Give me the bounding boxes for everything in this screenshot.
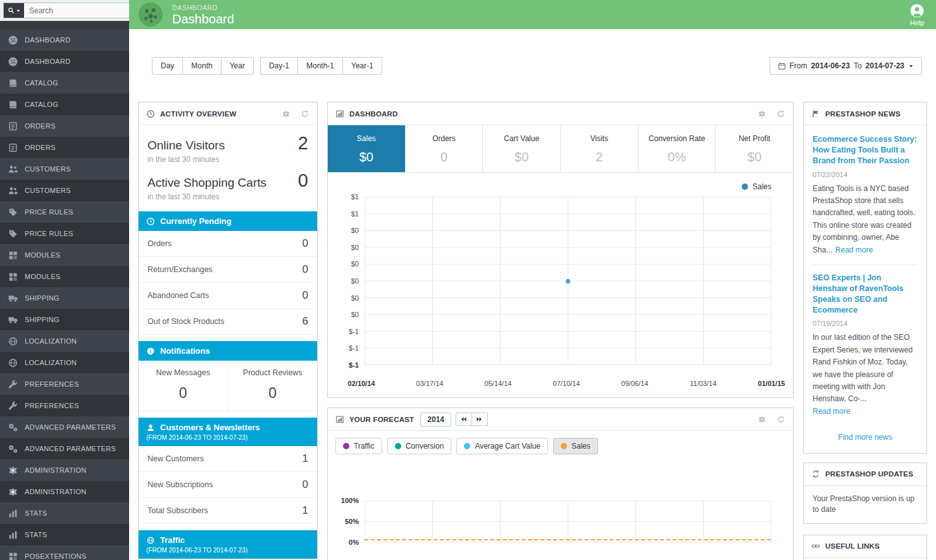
kpi-tab-sales[interactable]: Sales $0 xyxy=(328,125,406,172)
customers-row-value: 0 xyxy=(303,478,308,491)
pending-row[interactable]: Abandoned Carts 0 xyxy=(139,283,317,309)
sidebar-item-advanced-parameters[interactable]: ADVANCED PARAMETERS xyxy=(0,416,129,438)
pending-row-value: 0 xyxy=(303,263,308,276)
pending-row[interactable]: Out of Stock Products 6 xyxy=(139,309,317,335)
sidebar-item-posextentions[interactable]: POSEXTENTIONS xyxy=(0,545,129,560)
sidebar-item-preferences[interactable]: PREFERENCES xyxy=(0,395,129,416)
sidebar-item-advanced-parameters[interactable]: ADVANCED PARAMETERS xyxy=(0,438,129,459)
help-button[interactable]: Help xyxy=(909,3,925,27)
globe-icon xyxy=(146,536,155,545)
sidebar-item-label: MODULES xyxy=(25,273,61,280)
sidebar-item-orders[interactable]: ORDERS xyxy=(0,137,129,158)
forecast-year-button[interactable]: 2014 xyxy=(420,413,451,426)
localization-icon xyxy=(8,358,18,368)
sidebar-item-customers[interactable]: CUSTOMERS xyxy=(0,158,129,180)
sidebar-item-label: ORDERS xyxy=(25,144,56,151)
sidebar-menu: DASHBOARD DASHBOARD CATALOG CATALOG ORDE… xyxy=(0,21,129,560)
sidebar-item-localization[interactable]: LOCALIZATION xyxy=(0,352,129,373)
refresh-icon[interactable] xyxy=(777,109,785,118)
kpi-tab-conversion-rate[interactable]: Conversion Rate 0% xyxy=(639,125,716,172)
new-messages-cell[interactable]: New Messages 0 xyxy=(139,361,228,411)
breadcrumb: DASHBOARD xyxy=(172,4,234,11)
kpi-tab-orders[interactable]: Orders 0 xyxy=(406,125,484,172)
sidebar-item-stats[interactable]: STATS xyxy=(0,502,129,524)
sidebar-item-stats[interactable]: STATS xyxy=(0,524,129,545)
sidebar-item-label: CUSTOMERS xyxy=(25,165,71,173)
period-month-button[interactable]: Month xyxy=(182,57,221,75)
legend-pill-sales[interactable]: Sales xyxy=(553,438,598,454)
sidebar-item-catalog[interactable]: CATALOG xyxy=(0,72,129,94)
new-messages-value: 0 xyxy=(141,385,225,402)
gear-icon[interactable] xyxy=(758,109,766,118)
main-area: DASHBOARD Dashboard Help Day Month Year xyxy=(129,0,936,560)
pending-row[interactable]: Orders 0 xyxy=(139,231,317,257)
sidebar-item-customers[interactable]: CUSTOMERS xyxy=(0,180,129,201)
refresh-icon[interactable] xyxy=(301,109,309,118)
find-more-news-link[interactable]: Find more news xyxy=(813,425,918,449)
gear-icon[interactable] xyxy=(282,109,290,118)
period-year-1-button[interactable]: Year-1 xyxy=(342,57,382,75)
article-title-link[interactable]: SEO Experts | Jon Henshaw of RavenTools … xyxy=(813,273,918,316)
read-more-link[interactable]: Read more xyxy=(835,246,873,254)
search-box xyxy=(3,3,133,18)
refresh-icon[interactable] xyxy=(777,415,785,424)
forecast-sales-line xyxy=(365,539,771,540)
period-year-button[interactable]: Year xyxy=(221,57,254,75)
period-day-1-button[interactable]: Day-1 xyxy=(260,57,298,75)
pending-row[interactable]: Return/Exchanges 0 xyxy=(139,257,317,283)
search-input[interactable] xyxy=(24,3,132,18)
article-title-link[interactable]: Ecommerce Success Story: How Eating Tool… xyxy=(813,134,918,166)
legend-pill-average-cart-value[interactable]: Average Cart Value xyxy=(456,438,548,454)
forecast-next-button[interactable] xyxy=(471,413,488,426)
sidebar-item-modules[interactable]: MODULES xyxy=(0,244,129,266)
date-from-value: 2014-06-23 xyxy=(811,61,850,70)
sidebar-item-catalog[interactable]: CATALOG xyxy=(0,94,129,115)
sales-chart-legend: Sales xyxy=(337,177,771,197)
sidebar-item-modules[interactable]: MODULES xyxy=(0,266,129,287)
sidebar-item-dashboard[interactable]: DASHBOARD xyxy=(0,29,129,51)
date-range-button[interactable]: From 2014-06-23 To 2014-07-23 xyxy=(770,57,922,75)
sidebar-item-label: DASHBOARD xyxy=(25,36,70,44)
sidebar-item-orders[interactable]: ORDERS xyxy=(0,115,129,137)
sidebar-item-dashboard[interactable]: DASHBOARD xyxy=(0,51,129,72)
kpi-tab-visits[interactable]: Visits 2 xyxy=(561,125,639,172)
customers-icon xyxy=(8,164,18,175)
sidebar-item-price-rules[interactable]: PRICE RULES xyxy=(0,201,129,223)
useful-links-title: USEFUL LINKS xyxy=(825,542,880,550)
sidebar-item-administration[interactable]: ADMINISTRATION xyxy=(0,481,129,502)
online-visitors-block: Online Visitors 2 in the last 30 minutes xyxy=(139,125,317,168)
activity-panel-title: ACTIVITY OVERVIEW xyxy=(160,110,237,118)
period-day-button[interactable]: Day xyxy=(152,57,183,75)
legend-pill-traffic[interactable]: Traffic xyxy=(335,438,382,454)
product-reviews-value: 0 xyxy=(231,385,315,402)
customers-row[interactable]: New Subscriptions 0 xyxy=(139,472,317,498)
legend-label: Average Cart Value xyxy=(475,442,540,451)
search-type-button[interactable] xyxy=(4,3,24,18)
sidebar-item-preferences[interactable]: PREFERENCES xyxy=(0,373,129,395)
legend-pill-conversion[interactable]: Conversion xyxy=(387,438,452,454)
article-date: 07/22/2014 xyxy=(813,171,918,178)
sidebar-item-localization[interactable]: LOCALIZATION xyxy=(0,330,129,352)
localization-icon xyxy=(8,336,18,347)
activity-column: ACTIVITY OVERVIEW Online Visitors 2 xyxy=(138,102,318,560)
prestashop-updates-panel: PRESTASHOP UPDATES Your PrestaShop versi… xyxy=(803,463,927,524)
sidebar-item-price-rules[interactable]: PRICE RULES xyxy=(0,223,129,244)
traffic-dot xyxy=(343,443,349,449)
product-reviews-cell[interactable]: Product Reviews 0 xyxy=(228,361,318,411)
prestashop-logo[interactable] xyxy=(138,2,163,27)
news-article: SEO Experts | Jon Henshaw of RavenTools … xyxy=(813,265,918,425)
read-more-link[interactable]: Read more xyxy=(813,407,850,416)
sidebar-item-administration[interactable]: ADMINISTRATION xyxy=(0,459,129,481)
kpi-label: Net Profit xyxy=(716,134,793,143)
gear-icon[interactable] xyxy=(758,415,766,424)
period-month-1-button[interactable]: Month-1 xyxy=(297,57,343,75)
customers-row[interactable]: New Customers 1 xyxy=(139,446,317,472)
date-to-label: To xyxy=(854,61,862,70)
kpi-tab-net-profit[interactable]: Net Profit $0 xyxy=(716,125,793,172)
kpi-tab-cart-value[interactable]: Cart Value $0 xyxy=(483,125,561,172)
sidebar-item-shipping[interactable]: SHIPPING xyxy=(0,309,129,330)
kpi-value: 2 xyxy=(561,150,638,165)
forecast-prev-button[interactable] xyxy=(456,413,472,426)
sidebar-item-shipping[interactable]: SHIPPING xyxy=(0,287,129,309)
customers-row[interactable]: Total Subscribers 1 xyxy=(139,498,317,524)
